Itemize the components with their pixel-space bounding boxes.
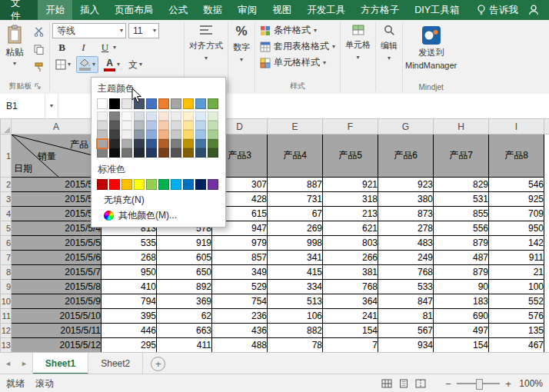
theme-color-swatch[interactable] (121, 98, 132, 109)
theme-variant-swatch[interactable] (208, 148, 218, 158)
theme-variant-swatch[interactable] (109, 121, 120, 130)
value-cell[interactable]: 410 (101, 280, 157, 294)
value-cell[interactable]: 90 (434, 280, 489, 294)
value-cell[interactable]: 106 (268, 309, 323, 324)
value-cell[interactable]: 100 (489, 280, 544, 294)
row-number[interactable]: 1 (1, 135, 12, 178)
row-number[interactable]: 10 (1, 294, 12, 309)
column-header[interactable]: F (323, 119, 378, 135)
theme-variant-swatch[interactable] (183, 148, 194, 158)
format-painter-button[interactable] (30, 59, 47, 75)
name-box[interactable]: B1 (0, 94, 45, 118)
value-cell[interactable]: 911 (489, 251, 544, 265)
row-number[interactable]: 4 (1, 207, 12, 221)
sheet-tab-sheet1[interactable]: Sheet1 (32, 353, 88, 374)
value-cell[interactable]: 318 (323, 192, 378, 207)
select-all-corner[interactable] (1, 119, 12, 135)
theme-variant-swatch[interactable] (134, 111, 145, 121)
header-cell[interactable]: 产品4 (268, 135, 323, 178)
column-header[interactable]: A (12, 119, 101, 135)
zoom-level[interactable]: 100% (517, 378, 543, 389)
theme-color-swatch[interactable] (109, 98, 120, 109)
theme-variant-swatch[interactable] (97, 111, 108, 121)
value-cell[interactable]: 154 (434, 338, 489, 353)
standard-color-swatch[interactable] (146, 179, 157, 190)
row-number[interactable]: 2 (1, 178, 12, 192)
editing-group-button[interactable]: 编辑 ▾ (376, 20, 402, 94)
standard-color-swatch[interactable] (183, 179, 194, 190)
value-cell[interactable]: 690 (434, 309, 489, 324)
value-cell[interactable]: 7 (323, 338, 378, 353)
row-number[interactable]: 3 (1, 192, 12, 207)
value-cell[interactable]: 576 (489, 309, 544, 324)
date-cell[interactable]: 2015/5/9 (12, 294, 101, 309)
value-cell[interactable]: 857 (212, 251, 268, 265)
header-cell[interactable]: 产品5 (323, 135, 378, 178)
fill-color-button[interactable]: ▾ (76, 56, 98, 73)
value-cell[interactable]: 855 (434, 207, 489, 221)
value-cell[interactable]: 803 (323, 236, 378, 251)
theme-variant-swatch[interactable] (183, 130, 194, 139)
sheet-tab-sheet2[interactable]: Sheet2 (88, 353, 143, 374)
value-cell[interactable]: 241 (323, 309, 378, 324)
cells-group-button[interactable]: 单元格 ▾ (341, 20, 375, 94)
value-cell[interactable]: 395 (101, 309, 157, 324)
date-cell[interactable]: 2015/5/1 (12, 178, 101, 192)
value-cell[interactable]: 415 (268, 265, 323, 280)
cut-button[interactable] (30, 24, 47, 39)
ribbon-tab[interactable]: 审阅 (230, 0, 265, 20)
value-cell[interactable]: 650 (157, 265, 212, 280)
value-cell[interactable]: 535 (101, 236, 157, 251)
value-cell[interactable]: 513 (268, 294, 323, 309)
bold-button[interactable]: B (52, 39, 72, 56)
value-cell[interactable]: 62 (157, 309, 212, 324)
date-cell[interactable]: 2015/5/5 (12, 236, 101, 251)
standard-color-swatch[interactable] (208, 179, 218, 190)
diagonal-header-cell[interactable]: 产品 销量 日期 (12, 135, 101, 178)
value-cell[interactable]: 411 (157, 338, 212, 353)
value-cell[interactable]: 567 (378, 324, 434, 338)
value-cell[interactable]: 266 (323, 251, 378, 265)
theme-variant-swatch[interactable] (158, 111, 169, 121)
tell-me[interactable]: 告诉我 (477, 0, 519, 20)
standard-color-swatch[interactable] (109, 179, 120, 190)
value-cell[interactable]: 349 (212, 265, 268, 280)
theme-variant-swatch[interactable] (146, 121, 157, 130)
value-cell[interactable]: 887 (268, 178, 323, 192)
ribbon-tab[interactable]: 插入 (72, 0, 107, 20)
theme-variant-swatch[interactable] (158, 130, 169, 139)
theme-color-swatch[interactable] (208, 98, 218, 109)
value-cell[interactable]: 919 (157, 236, 212, 251)
row-number[interactable]: 7 (1, 251, 12, 265)
value-cell[interactable]: 925 (489, 192, 544, 207)
value-cell[interactable]: 663 (157, 324, 212, 338)
theme-variant-swatch[interactable] (183, 139, 194, 148)
value-cell[interactable]: 621 (323, 221, 378, 236)
theme-variant-swatch[interactable] (97, 139, 108, 148)
cell-styles-button[interactable]: 单元格样式▾ (258, 55, 338, 71)
value-cell[interactable]: 934 (378, 338, 434, 353)
value-cell[interactable]: 154 (323, 324, 378, 338)
value-cell[interactable]: 923 (378, 178, 434, 192)
theme-variant-swatch[interactable] (121, 130, 132, 139)
value-cell[interactable]: 529 (212, 280, 268, 294)
row-number[interactable]: 12 (1, 324, 12, 338)
value-cell[interactable]: 829 (434, 178, 489, 192)
standard-color-swatch[interactable] (121, 179, 132, 190)
value-cell[interactable]: 269 (268, 221, 323, 236)
theme-variant-swatch[interactable] (195, 148, 206, 158)
value-cell[interactable]: 78 (268, 338, 323, 353)
value-cell[interactable]: 847 (378, 294, 434, 309)
account-button[interactable] (518, 0, 549, 20)
theme-variant-swatch[interactable] (109, 111, 120, 121)
header-cell[interactable]: 产品8 (489, 135, 544, 178)
theme-variant-swatch[interactable] (171, 121, 181, 130)
theme-variant-swatch[interactable] (146, 139, 157, 148)
value-cell[interactable]: 142 (489, 236, 544, 251)
ribbon-tab[interactable]: DIY工具箱 (407, 0, 467, 20)
value-cell[interactable]: 213 (323, 207, 378, 221)
column-header[interactable]: I (489, 119, 544, 135)
column-header[interactable]: E (268, 119, 323, 135)
row-number[interactable]: 11 (1, 309, 12, 324)
value-cell[interactable]: 81 (378, 309, 434, 324)
